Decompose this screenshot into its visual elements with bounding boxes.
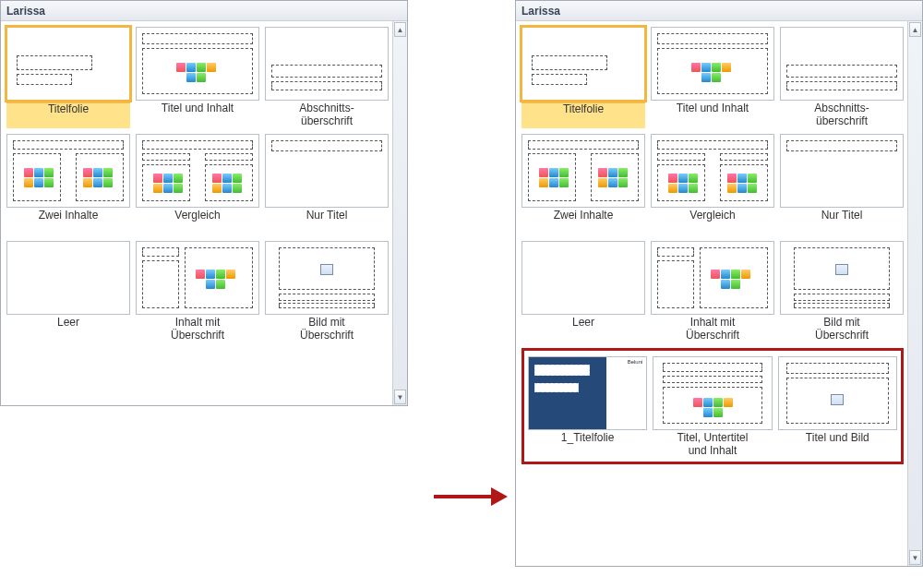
layout-vergleich[interactable]: Vergleich	[651, 134, 774, 235]
layout-label: Bild mit Überschrift	[265, 317, 389, 342]
arrow-icon	[434, 487, 508, 506]
layout-titelfolie[interactable]: Titelfolie	[6, 27, 130, 128]
layout-grid: Titelfolie Titel und Inhalt	[516, 21, 907, 566]
layout-label: Zwei Inhalte	[521, 210, 645, 235]
layout-zwei-inhalte[interactable]: Zwei Inhalte	[6, 134, 130, 235]
scroll-up-icon[interactable]: ▲	[394, 22, 406, 37]
panel-header: Larissa	[516, 1, 922, 21]
layout-label: Titel und Bild	[778, 432, 897, 458]
panel-header: Larissa	[1, 1, 407, 21]
layout-abschnittsueberschrift[interactable]: Abschnitts- überschrift	[780, 27, 904, 128]
layout-label: Leer	[6, 317, 130, 342]
layout-label: Zwei Inhalte	[6, 210, 130, 235]
layout-bild-mit-ueberschrift[interactable]: Bild mit Überschrift	[265, 241, 389, 342]
layout-label: Titel, Untertitel und Inhalt	[653, 432, 772, 458]
layout-inhalt-mit-ueberschrift[interactable]: Inhalt mit Überschrift	[136, 241, 259, 342]
layout-titel-und-inhalt[interactable]: Titel und Inhalt	[651, 27, 774, 128]
layout-label: Abschnitts- überschrift	[265, 102, 389, 128]
scrollbar[interactable]: ▲ ▼	[392, 21, 407, 405]
layout-titel-und-bild[interactable]: Titel und Bild	[778, 356, 897, 458]
panel-title: Larissa	[521, 1, 560, 21]
layout-label: Inhalt mit Überschrift	[136, 317, 259, 342]
layout-label: Titel und Inhalt	[136, 102, 259, 128]
layout-titel-untertitel-inhalt[interactable]: Titel, Untertitel und Inhalt	[653, 356, 772, 458]
panel-title: Larissa	[6, 1, 45, 21]
layout-label: Vergleich	[136, 210, 259, 235]
layout-titelfolie[interactable]: Titelfolie	[521, 27, 645, 128]
layout-label: Leer	[521, 317, 645, 342]
layout-leer[interactable]: Leer	[521, 241, 645, 342]
layout-label: Abschnitts- überschrift	[780, 102, 904, 128]
layout-vergleich[interactable]: Vergleich	[136, 134, 259, 235]
layout-label: Vergleich	[651, 210, 774, 235]
scrollbar[interactable]: ▲ ▼	[907, 21, 922, 566]
layout-label: Nur Titel	[780, 210, 904, 235]
layout-panel-left: Larissa Titelfolie Tit	[0, 0, 408, 406]
layout-label: Bild mit Überschrift	[780, 317, 904, 342]
layout-label: Inhalt mit Überschrift	[651, 317, 774, 342]
layout-zwei-inhalte[interactable]: Zwei Inhalte	[521, 134, 645, 235]
layout-abschnittsueberschrift[interactable]: Abschnitts- überschrift	[265, 27, 389, 128]
layout-leer[interactable]: Leer	[6, 241, 130, 342]
scroll-down-icon[interactable]: ▼	[909, 550, 921, 565]
layout-nur-titel[interactable]: Nur Titel	[265, 134, 389, 235]
layout-label: Titelfolie	[521, 102, 645, 128]
layout-label: Titel und Inhalt	[651, 102, 774, 128]
layout-panel-right: Larissa Titelfolie Tit	[515, 0, 923, 567]
custom-layouts-highlight: Beluni 1_Titelfolie Titel, Untert	[521, 348, 904, 464]
thumb-tag: Beluni	[627, 359, 644, 365]
layout-inhalt-mit-ueberschrift[interactable]: Inhalt mit Überschrift	[651, 241, 774, 342]
layout-label: 1_Titelfolie	[528, 432, 647, 458]
layout-bild-mit-ueberschrift[interactable]: Bild mit Überschrift	[780, 241, 904, 342]
layout-nur-titel[interactable]: Nur Titel	[780, 134, 904, 235]
layout-titel-und-inhalt[interactable]: Titel und Inhalt	[136, 27, 259, 128]
layout-label: Nur Titel	[265, 210, 389, 235]
layout-grid: Titelfolie Titel und Inhalt	[1, 21, 392, 405]
scroll-up-icon[interactable]: ▲	[909, 22, 921, 37]
scroll-down-icon[interactable]: ▼	[394, 390, 406, 404]
layout-1-titelfolie[interactable]: Beluni 1_Titelfolie	[528, 356, 647, 458]
layout-label: Titelfolie	[6, 102, 130, 128]
